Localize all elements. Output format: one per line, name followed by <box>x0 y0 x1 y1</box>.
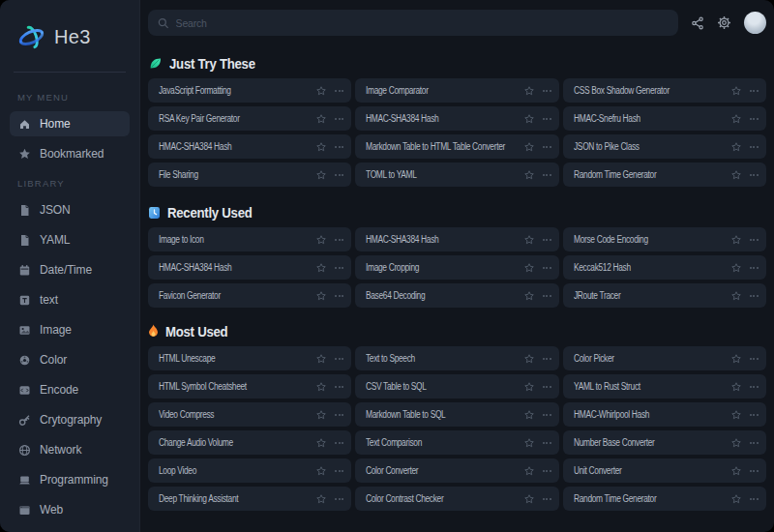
more-options-icon[interactable] <box>750 239 759 241</box>
tool-card[interactable]: Text to Speech <box>355 346 558 370</box>
tool-card[interactable]: Random Time Generator <box>563 163 766 187</box>
more-options-icon[interactable] <box>543 146 551 148</box>
tool-card[interactable]: Image to Icon <box>148 227 351 251</box>
more-options-icon[interactable] <box>335 118 343 120</box>
share-icon[interactable] <box>691 16 704 30</box>
sidebar-item-programming[interactable]: Programming <box>10 467 130 492</box>
favorite-star-icon[interactable] <box>316 466 326 476</box>
sidebar-item-json[interactable]: JSON <box>10 197 130 222</box>
favorite-star-icon[interactable] <box>316 410 326 420</box>
tool-card[interactable]: HTML Unescape <box>148 346 351 370</box>
favorite-star-icon[interactable] <box>316 170 326 180</box>
more-options-icon[interactable] <box>543 498 551 500</box>
sidebar-item-color[interactable]: Color <box>10 347 130 372</box>
more-options-icon[interactable] <box>335 498 343 500</box>
tool-card[interactable]: JavaScript Formatting <box>148 78 351 103</box>
tool-card[interactable]: Color Picker <box>563 346 766 370</box>
favorite-star-icon[interactable] <box>316 263 326 273</box>
tool-card[interactable]: HMAC-SHA384 Hash <box>148 134 351 159</box>
more-options-icon[interactable] <box>543 386 551 388</box>
favorite-star-icon[interactable] <box>316 235 326 245</box>
favorite-star-icon[interactable] <box>316 354 326 364</box>
favorite-star-icon[interactable] <box>524 354 534 364</box>
favorite-star-icon[interactable] <box>731 382 741 392</box>
search-bar[interactable] <box>148 10 678 36</box>
tool-card[interactable]: Loop Video <box>148 458 351 483</box>
tool-card[interactable]: Image Comparator <box>355 78 558 103</box>
favorite-star-icon[interactable] <box>316 438 326 448</box>
sidebar-item-network[interactable]: Network <box>10 437 130 462</box>
more-options-icon[interactable] <box>543 470 551 472</box>
favorite-star-icon[interactable] <box>731 114 741 124</box>
more-options-icon[interactable] <box>750 470 759 472</box>
more-options-icon[interactable] <box>750 295 759 297</box>
user-avatar[interactable] <box>744 12 766 34</box>
tool-card[interactable]: Favicon Generator <box>148 283 351 308</box>
favorite-star-icon[interactable] <box>731 170 741 180</box>
tool-card[interactable]: Unit Converter <box>563 458 766 483</box>
more-options-icon[interactable] <box>543 295 551 297</box>
more-options-icon[interactable] <box>750 90 759 92</box>
more-options-icon[interactable] <box>543 118 551 120</box>
tool-card[interactable]: Text Comparison <box>355 430 558 455</box>
favorite-star-icon[interactable] <box>524 438 534 448</box>
tool-card[interactable]: Deep Thinking Assistant <box>148 487 351 511</box>
sidebar-item-bookmarked[interactable]: Bookmarked <box>10 141 130 166</box>
more-options-icon[interactable] <box>750 498 759 500</box>
tool-card[interactable]: HMAC-SHA384 Hash <box>355 106 558 131</box>
tool-card[interactable]: Random Time Generator <box>563 487 766 511</box>
favorite-star-icon[interactable] <box>524 142 534 152</box>
tool-card[interactable]: Morse Code Encoding <box>563 227 766 251</box>
sidebar-item-image[interactable]: Image <box>10 317 130 342</box>
more-options-icon[interactable] <box>335 386 343 388</box>
favorite-star-icon[interactable] <box>731 438 741 448</box>
search-input[interactable] <box>176 17 669 29</box>
favorite-star-icon[interactable] <box>524 114 534 124</box>
favorite-star-icon[interactable] <box>731 291 741 301</box>
more-options-icon[interactable] <box>543 174 551 176</box>
sidebar-item-yaml[interactable]: YAML <box>10 227 130 252</box>
more-options-icon[interactable] <box>543 414 551 416</box>
tool-card[interactable]: TOML to YAML <box>355 163 558 187</box>
favorite-star-icon[interactable] <box>524 263 534 273</box>
tool-card[interactable]: YAML to Rust Struct <box>563 374 766 399</box>
favorite-star-icon[interactable] <box>731 235 741 245</box>
more-options-icon[interactable] <box>750 146 759 148</box>
more-options-icon[interactable] <box>750 118 759 120</box>
favorite-star-icon[interactable] <box>524 235 534 245</box>
favorite-star-icon[interactable] <box>316 114 326 124</box>
more-options-icon[interactable] <box>335 90 343 92</box>
sidebar-item-web[interactable]: Web <box>10 497 130 522</box>
sidebar-item-home[interactable]: Home <box>10 111 130 136</box>
sidebar-item-date-time[interactable]: Date/Time <box>10 257 130 282</box>
favorite-star-icon[interactable] <box>731 494 741 504</box>
tool-card[interactable]: Change Audio Volume <box>148 430 351 455</box>
more-options-icon[interactable] <box>335 146 343 148</box>
more-options-icon[interactable] <box>750 358 759 360</box>
tool-card[interactable]: HTML Symbol Cheatsheet <box>148 374 351 399</box>
sidebar-item-crytography[interactable]: Crytography <box>10 407 130 432</box>
more-options-icon[interactable] <box>543 239 551 241</box>
favorite-star-icon[interactable] <box>731 263 741 273</box>
tool-card[interactable]: Number Base Converter <box>563 430 766 455</box>
more-options-icon[interactable] <box>543 90 551 92</box>
more-options-icon[interactable] <box>335 358 343 360</box>
favorite-star-icon[interactable] <box>731 86 741 96</box>
tool-card[interactable]: CSS Box Shadow Generator <box>563 78 766 103</box>
more-options-icon[interactable] <box>750 414 759 416</box>
more-options-icon[interactable] <box>750 174 759 176</box>
favorite-star-icon[interactable] <box>316 382 326 392</box>
more-options-icon[interactable] <box>335 442 343 444</box>
sidebar-item-encode[interactable]: Encode <box>10 377 130 402</box>
tool-card[interactable]: HMAC-SHA384 Hash <box>148 255 351 280</box>
favorite-star-icon[interactable] <box>731 354 741 364</box>
tool-card[interactable]: Video Compress <box>148 402 351 427</box>
tool-card[interactable]: Color Converter <box>355 458 558 483</box>
favorite-star-icon[interactable] <box>524 291 534 301</box>
more-options-icon[interactable] <box>543 442 551 444</box>
favorite-star-icon[interactable] <box>524 410 534 420</box>
tool-card[interactable]: JSON to Pike Class <box>563 134 766 159</box>
more-options-icon[interactable] <box>335 267 343 269</box>
tool-card[interactable]: Base64 Decoding <box>355 283 558 308</box>
tool-card[interactable]: Color Contrast Checker <box>355 487 558 511</box>
